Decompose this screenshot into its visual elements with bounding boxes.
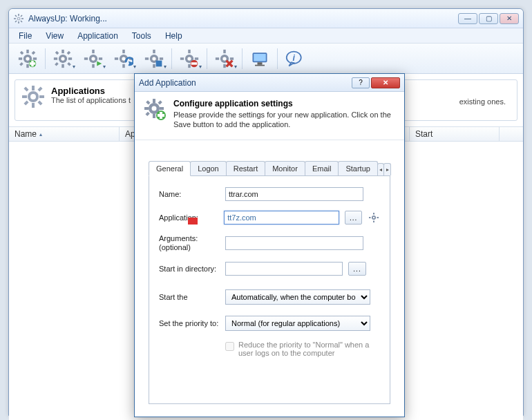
dialog-help-button[interactable]: ?: [352, 77, 370, 88]
menu-application[interactable]: Application: [70, 31, 125, 41]
col-name[interactable]: Name ▴: [9, 127, 120, 141]
toolbar-sep: [171, 48, 172, 69]
svg-rect-32: [55, 62, 59, 66]
svg-rect-83: [37, 100, 42, 105]
svg-rect-57: [188, 64, 191, 67]
svg-point-33: [61, 57, 64, 60]
name-label: Name:: [159, 190, 220, 198]
priority-label: Set the priority to:: [159, 319, 220, 327]
svg-point-20: [26, 57, 29, 60]
svg-rect-37: [84, 57, 88, 60]
svg-rect-102: [373, 221, 374, 223]
info-heading: Applications: [51, 86, 131, 96]
svg-point-60: [187, 57, 191, 60]
svg-marker-40: [97, 61, 102, 66]
dialog-title: Add Application: [139, 78, 352, 88]
toolbar-gear-2[interactable]: [79, 46, 108, 72]
dialog-close-button[interactable]: ✕: [371, 77, 400, 88]
close-button[interactable]: ✕: [500, 13, 519, 24]
toolbar-gear-5[interactable]: [175, 46, 204, 72]
tab-scroll-right[interactable]: ▸: [383, 163, 391, 175]
svg-rect-72: [254, 54, 266, 61]
svg-point-96: [152, 106, 157, 111]
sort-asc-icon: ▴: [39, 131, 42, 137]
priority-select[interactable]: Normal (for regular applications): [225, 316, 370, 331]
col-start[interactable]: Start: [410, 127, 500, 141]
svg-rect-50: [153, 64, 155, 67]
svg-line-7: [21, 15, 22, 17]
toolbar-sep: [277, 48, 278, 69]
svg-rect-19: [19, 62, 23, 66]
tab-monitor[interactable]: Monitor: [265, 161, 305, 175]
svg-rect-66: [216, 57, 219, 60]
svg-rect-29: [55, 50, 59, 55]
svg-point-53: [152, 57, 155, 60]
dialog-header: Configure application settings Please pr…: [135, 92, 404, 140]
toolbar-monitor-button[interactable]: [245, 46, 274, 72]
svg-rect-101: [373, 213, 374, 215]
svg-rect-23: [30, 62, 36, 65]
startin-label: Start in directory:: [159, 265, 220, 274]
toolbar-sep: [45, 48, 46, 69]
minimize-button[interactable]: —: [458, 13, 477, 24]
svg-text:i: i: [293, 52, 296, 62]
svg-point-86: [30, 94, 36, 99]
window-title: AlwaysUp: Working...: [28, 14, 458, 23]
svg-rect-18: [32, 50, 36, 55]
menu-tools[interactable]: Tools: [125, 31, 158, 41]
name-input[interactable]: [225, 187, 363, 201]
svg-rect-51: [145, 57, 149, 60]
application-input[interactable]: [224, 211, 339, 225]
toolbar-gear-delete[interactable]: [210, 46, 239, 72]
start-the-select[interactable]: Automatically, when the computer bo: [225, 289, 370, 305]
tab-email[interactable]: Email: [305, 161, 339, 175]
dialog-header-desc: Please provide the settings for your new…: [173, 110, 395, 130]
svg-point-68: [222, 57, 226, 60]
toolbar-gear-3[interactable]: [109, 46, 138, 72]
arguments-label: Arguments: (optional): [159, 234, 220, 252]
svg-rect-80: [22, 95, 27, 98]
svg-rect-25: [61, 49, 64, 52]
menu-file[interactable]: File: [12, 31, 39, 41]
tab-strip: General Logon Restart Monitor Email Star…: [149, 161, 390, 176]
arguments-input[interactable]: [225, 236, 363, 250]
toolbar-info-button[interactable]: i: [281, 46, 310, 72]
tab-logon[interactable]: Logon: [190, 161, 227, 175]
application-gear-icon[interactable]: [368, 211, 380, 224]
svg-rect-78: [32, 86, 35, 90]
browse-startin-button[interactable]: ...: [348, 262, 366, 276]
svg-line-5: [15, 15, 17, 17]
startin-input[interactable]: [225, 262, 343, 276]
dialog-header-title: Configure application settings: [173, 99, 395, 108]
tab-restart[interactable]: Restart: [226, 161, 265, 175]
browse-application-button[interactable]: ...: [345, 211, 363, 225]
app-icon: [13, 13, 24, 24]
svg-rect-79: [32, 103, 35, 108]
svg-rect-43: [122, 64, 125, 67]
svg-rect-88: [153, 99, 155, 103]
toolbar-add-button[interactable]: [13, 46, 42, 72]
reduce-priority-label: Reduce the priority to "Normal" when a u…: [238, 341, 377, 357]
svg-rect-26: [61, 64, 64, 67]
menu-view[interactable]: View: [39, 31, 70, 41]
svg-rect-15: [33, 57, 37, 60]
reduce-priority-checkbox[interactable]: [225, 342, 234, 351]
maximize-button[interactable]: ▢: [479, 13, 498, 24]
svg-rect-104: [377, 217, 379, 218]
applications-icon: [22, 86, 44, 108]
menu-help[interactable]: Help: [158, 31, 189, 41]
toolbar: i: [9, 44, 523, 74]
tab-general[interactable]: General: [149, 161, 191, 176]
svg-rect-28: [68, 57, 72, 60]
svg-point-46: [122, 57, 125, 60]
toolbar-gear-4[interactable]: [140, 46, 169, 72]
tab-startup[interactable]: Startup: [338, 161, 377, 175]
svg-rect-82: [23, 86, 28, 91]
svg-rect-94: [158, 100, 162, 104]
toolbar-sep: [242, 48, 243, 69]
svg-rect-14: [19, 57, 22, 60]
toolbar-gear-1[interactable]: [48, 46, 77, 72]
svg-rect-90: [144, 107, 149, 110]
menubar: File View Application Tools Help: [9, 28, 523, 44]
svg-rect-12: [26, 49, 29, 52]
